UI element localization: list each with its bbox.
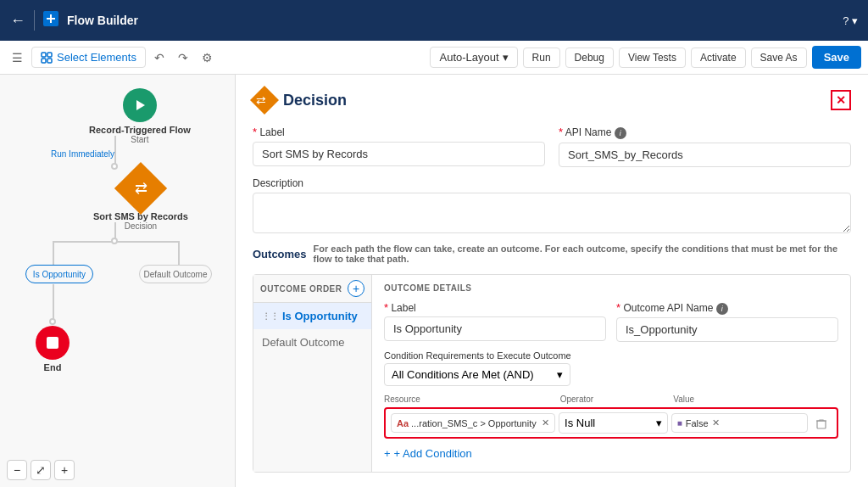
fullscreen-button[interactable]: ⤢ <box>31 460 51 480</box>
decision-node[interactable]: ⇄ Sort SMS by Records Decision <box>93 168 188 231</box>
add-outcome-button[interactable]: + <box>348 280 364 297</box>
condition-requirement-label: Condition Requirements to Execute Outcom… <box>384 350 838 361</box>
auto-layout-chevron: ▾ <box>503 51 509 64</box>
add-condition-label: + Add Condition <box>394 447 472 460</box>
activate-button[interactable]: Activate <box>691 48 746 68</box>
back-button[interactable]: ← <box>10 12 25 30</box>
add-condition-button[interactable]: + + Add Condition <box>384 444 472 463</box>
decision-diamond-shape: ⇄ <box>114 162 167 215</box>
description-input[interactable] <box>253 193 851 233</box>
settings-button[interactable]: ⚙ <box>197 48 218 68</box>
nav-divider <box>34 10 35 31</box>
add-condition-plus: + <box>384 447 391 460</box>
zoom-out-button[interactable]: − <box>7 460 27 480</box>
decision-diamond: ⇄ <box>120 168 161 209</box>
outcomes-section: Outcomes For each path the flow can take… <box>253 244 851 264</box>
outcome-item-default[interactable]: Default Outcome <box>253 329 371 355</box>
outcome-label-group: * Label <box>384 301 606 342</box>
auto-layout-button[interactable]: Auto-Layout ▾ <box>430 47 517 68</box>
description-group: Description <box>253 177 851 233</box>
panel-title: Decision <box>283 92 347 109</box>
save-button[interactable]: Save <box>812 46 861 69</box>
select-elements-button[interactable]: Select Elements <box>31 47 146 68</box>
outcome-label-label: * Label <box>384 301 606 314</box>
value-pill-icon: ■ <box>677 418 682 428</box>
outcome-api-name-group: * Outcome API Name i <box>616 301 838 342</box>
start-node[interactable]: Record-Triggered Flow Start <box>89 88 191 144</box>
end-node[interactable]: End <box>36 326 70 372</box>
toolbar-left: ☰ Select Elements ↶ ↷ ⚙ <box>7 47 426 68</box>
outcome-label-input[interactable] <box>384 316 606 341</box>
form-label-api-row: * Label * API Name i <box>253 126 851 167</box>
outcome-api-name-input[interactable] <box>616 317 838 342</box>
label-input[interactable] <box>253 142 545 166</box>
connector-dot-2 <box>111 238 118 244</box>
panel-title-row: ⇄ Decision <box>253 88 347 112</box>
api-name-input[interactable] <box>559 143 851 167</box>
connector-right-down <box>178 241 180 265</box>
help-button[interactable]: ? ▾ <box>843 14 858 27</box>
svg-rect-6 <box>817 421 826 428</box>
outcome-details: OUTCOME DETAILS * Label * Outcome API Na… <box>372 275 850 472</box>
top-nav: ← Flow Builder ? ▾ <box>0 0 868 41</box>
default-outcome-label: Default Outcome <box>143 270 207 279</box>
value-clear-button[interactable]: ✕ <box>712 417 720 428</box>
debug-button[interactable]: Debug <box>565 48 614 68</box>
connector-dot-3 <box>49 318 56 325</box>
condition-value-field[interactable]: ■ False ✕ <box>671 413 808 433</box>
outcomes-layout: OUTCOME ORDER + ⋮⋮ Is Opportunity Defaul… <box>253 274 851 473</box>
label-field-label: * Label <box>253 126 545 138</box>
end-label: End <box>44 362 62 372</box>
svg-rect-3 <box>42 59 46 63</box>
zoom-in-button[interactable]: + <box>54 460 75 480</box>
outcome-label-api-row: * Label * Outcome API Name i <box>384 301 838 342</box>
value-header: Value <box>673 395 815 404</box>
end-stop-icon <box>47 337 58 349</box>
default-outcome-node[interactable]: Default Outcome <box>139 265 212 283</box>
outcome-api-name-info-icon[interactable]: i <box>716 303 728 315</box>
svg-marker-5 <box>136 100 145 110</box>
outcomes-title: Outcomes <box>253 248 307 260</box>
value-pill: ■ False ✕ <box>677 417 720 428</box>
decision-icon-inner: ⇄ <box>134 179 147 198</box>
redo-button[interactable]: ↷ <box>173 48 193 68</box>
close-button[interactable]: ✕ <box>831 90 851 110</box>
resource-clear-button[interactable]: ✕ <box>542 417 549 428</box>
panel-decision-diamond-icon: ⇄ <box>256 93 266 107</box>
label-group: * Label <box>253 126 545 167</box>
drag-handle-1: ⋮⋮ <box>262 311 279 321</box>
sidebar-toggle-button[interactable]: ☰ <box>7 48 28 68</box>
description-label: Description <box>253 177 851 189</box>
condition-requirement-select[interactable]: All Conditions Are Met (AND) ▾ <box>384 363 570 386</box>
is-opportunity-label: Is Opportunity <box>33 270 86 279</box>
outcome-item-is-opportunity[interactable]: ⋮⋮ Is Opportunity <box>253 303 371 329</box>
connector-start-decision <box>114 136 116 166</box>
is-opportunity-box: Is Opportunity <box>25 265 93 283</box>
panel-decision-icon-wrapper: ⇄ <box>253 88 276 112</box>
api-name-label: * API Name i <box>559 126 851 139</box>
select-elements-icon <box>41 52 53 64</box>
panel-header: ⇄ Decision ✕ <box>253 88 851 112</box>
requirement-row: Condition Requirements to Execute Outcom… <box>384 350 838 386</box>
save-as-button[interactable]: Save As <box>751 48 807 68</box>
svg-rect-1 <box>42 53 46 57</box>
outcomes-sidebar: OUTCOME ORDER + ⋮⋮ Is Opportunity Defaul… <box>253 275 372 472</box>
view-tests-button[interactable]: View Tests <box>619 48 686 68</box>
condition-delete-button[interactable] <box>811 417 832 429</box>
condition-resource-field[interactable]: Aa ...ration_SMS_c > Opportunity ✕ <box>391 413 555 433</box>
api-name-info-icon[interactable]: i <box>615 127 626 139</box>
is-opportunity-node[interactable]: Is Opportunity <box>25 265 93 283</box>
panel: ⇄ Decision ✕ * Label * API Name i <box>236 75 868 487</box>
connector-left-down <box>53 241 54 265</box>
condition-operator-field[interactable]: Is Null ▾ <box>559 412 668 434</box>
run-button[interactable]: Run <box>523 48 560 68</box>
outcomes-sidebar-header: OUTCOME ORDER + <box>253 275 371 303</box>
outcomes-desc: For each path the flow can take, create … <box>314 244 851 264</box>
undo-button[interactable]: ↶ <box>149 48 170 68</box>
start-sublabel: Start <box>131 135 148 144</box>
toolbar-right: Auto-Layout ▾ Run Debug View Tests Activ… <box>430 46 861 69</box>
canvas: Record-Triggered Flow Start Run Immediat… <box>0 75 236 487</box>
toolbar: ☰ Select Elements ↶ ↷ ⚙ Auto-Layout ▾ Ru… <box>0 41 868 75</box>
condition-requirement-value: All Conditions Are Met (AND) <box>392 368 534 381</box>
api-name-group: * API Name i <box>559 126 851 167</box>
